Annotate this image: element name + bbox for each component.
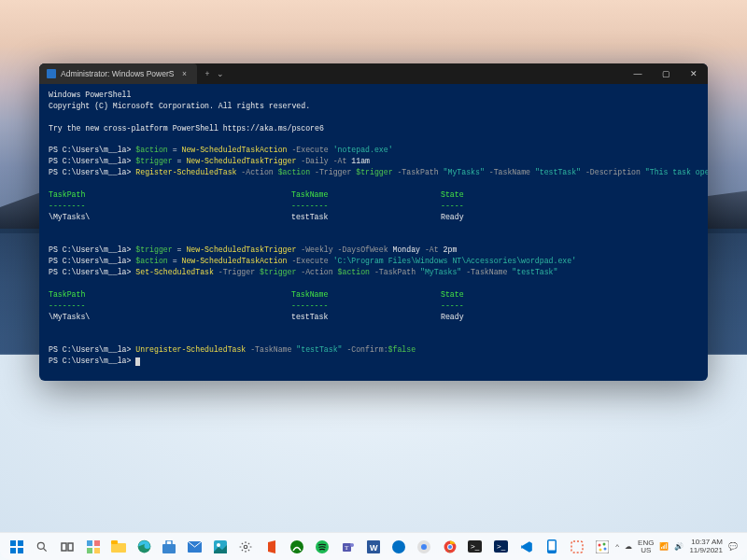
tray-overflow-icon[interactable]: ^: [615, 542, 619, 551]
banner-line: Try the new cross-platform PowerShell ht…: [49, 124, 324, 133]
close-button[interactable]: ✕: [680, 63, 708, 84]
svg-point-44: [604, 547, 607, 550]
task-view-icon[interactable]: [56, 535, 79, 559]
table-header: TaskPathTaskNameState: [49, 190, 464, 199]
spotify-icon[interactable]: [311, 535, 334, 559]
snip-icon[interactable]: [566, 535, 589, 559]
store-icon[interactable]: [158, 535, 181, 559]
svg-rect-11: [94, 548, 100, 553]
svg-point-4: [37, 542, 44, 549]
chrome-icon[interactable]: [438, 535, 461, 559]
table-row: \MyTasks\testTaskReady: [49, 213, 464, 221]
svg-text:>_: >_: [471, 542, 480, 551]
table-divider: ---------------------: [49, 202, 464, 210]
titlebar[interactable]: Administrator: Windows PowerS × + ⌄ — ▢ …: [39, 63, 708, 84]
system-tray: ^ ☁ ENG US 📶 🔊 10:37 AM 11/9/2021 💬: [615, 539, 743, 555]
svg-point-20: [245, 545, 248, 549]
clock-date: 11/9/2021: [689, 547, 723, 555]
terminal-window: Administrator: Windows PowerS × + ⌄ — ▢ …: [39, 63, 708, 381]
svg-rect-2: [10, 548, 16, 553]
paint-icon[interactable]: [591, 535, 614, 559]
your-phone-icon[interactable]: [540, 535, 563, 559]
svg-point-42: [599, 543, 601, 546]
svg-rect-40: [571, 541, 583, 553]
svg-rect-7: [68, 543, 73, 551]
svg-rect-41: [596, 540, 609, 553]
svg-point-30: [421, 544, 427, 550]
maximize-button[interactable]: ▢: [652, 63, 680, 84]
svg-point-43: [603, 542, 606, 545]
notifications-icon[interactable]: 💬: [728, 542, 738, 551]
svg-rect-16: [166, 540, 172, 545]
svg-text:W: W: [370, 543, 378, 553]
prompt: PS C:\Users\m__la>: [49, 157, 135, 165]
clock[interactable]: 10:37 AM 11/9/2021: [689, 539, 723, 555]
taskbar: T W >_ >_ ^ ☁ ENG US 📶 🔊 10:37 AM 11/9/2…: [0, 532, 747, 560]
svg-rect-6: [62, 543, 66, 551]
onedrive-icon[interactable]: ☁: [625, 542, 632, 551]
svg-rect-39: [548, 541, 555, 551]
svg-rect-13: [111, 540, 118, 544]
tab-powershell[interactable]: Administrator: Windows PowerS ×: [39, 63, 197, 84]
svg-line-5: [44, 548, 47, 551]
wallpaper-snow: [0, 355, 747, 532]
vscode-icon[interactable]: [514, 535, 538, 559]
minimize-button[interactable]: —: [624, 63, 652, 84]
svg-point-45: [599, 548, 602, 551]
new-tab-button[interactable]: +: [204, 69, 209, 78]
edge-icon[interactable]: [132, 535, 155, 559]
svg-rect-8: [87, 540, 92, 546]
mail-icon[interactable]: [183, 535, 206, 559]
prompt: PS C:\Users\m__la>: [49, 168, 135, 176]
terminal-body[interactable]: Windows PowerShell Copyright (C) Microso…: [39, 84, 708, 372]
start-button[interactable]: [5, 535, 28, 559]
search-icon[interactable]: [30, 535, 53, 559]
terminal-taskbar-icon[interactable]: >_: [463, 535, 486, 559]
tab-title: Administrator: Windows PowerS: [61, 69, 174, 78]
xbox-icon[interactable]: [285, 535, 308, 559]
svg-rect-0: [10, 540, 16, 546]
prompt: PS C:\Users\m__la>: [49, 268, 135, 276]
prompt: PS C:\Users\m__la>: [49, 146, 135, 154]
svg-point-33: [448, 544, 452, 548]
svg-point-19: [217, 543, 220, 547]
volume-icon[interactable]: 🔊: [674, 542, 684, 551]
svg-point-25: [350, 543, 354, 547]
office-icon[interactable]: [260, 535, 283, 559]
chrome-beta-icon[interactable]: [413, 535, 436, 559]
word-icon[interactable]: W: [361, 535, 385, 559]
svg-rect-10: [87, 548, 92, 553]
svg-text:T: T: [345, 544, 349, 552]
photos-icon[interactable]: [208, 535, 232, 559]
banner-line: Windows PowerShell: [49, 91, 131, 99]
close-tab-icon[interactable]: ×: [178, 69, 190, 78]
prompt: PS C:\Users\m__la>: [49, 345, 135, 354]
powershell-taskbar-icon[interactable]: >_: [489, 535, 513, 559]
banner-line: Copyright (C) Microsoft Corporation. All…: [49, 102, 310, 110]
network-icon[interactable]: 📶: [659, 542, 669, 551]
svg-rect-1: [18, 540, 23, 546]
svg-rect-12: [111, 543, 126, 553]
settings-icon[interactable]: [234, 535, 258, 559]
language-indicator[interactable]: ENG US: [638, 539, 654, 554]
powershell-icon: [47, 69, 56, 78]
tab-dropdown-icon[interactable]: ⌄: [217, 69, 224, 78]
table-row: \MyTasks\testTaskReady: [49, 313, 464, 321]
prompt: PS C:\Users\m__la>: [49, 257, 135, 265]
explorer-icon[interactable]: [106, 535, 130, 559]
widgets-icon[interactable]: [81, 535, 105, 559]
cursor: [135, 357, 140, 366]
svg-text:>_: >_: [497, 542, 506, 551]
table-divider: ---------------------: [49, 301, 464, 310]
prompt: PS C:\Users\m__la>: [49, 245, 135, 254]
svg-point-28: [392, 540, 405, 553]
table-header: TaskPathTaskNameState: [49, 290, 464, 299]
app-icon[interactable]: [387, 535, 410, 559]
svg-rect-3: [18, 548, 23, 553]
svg-rect-9: [94, 540, 100, 546]
prompt: PS C:\Users\m__la>: [49, 357, 135, 365]
teams-icon[interactable]: T: [336, 535, 359, 559]
